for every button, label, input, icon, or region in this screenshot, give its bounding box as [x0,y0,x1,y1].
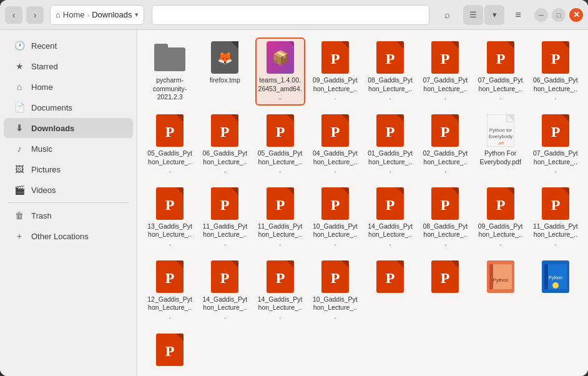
file-item[interactable]: P [365,257,415,294]
ppt-file-icon: P [376,114,404,147]
maximize-button[interactable]: □ [552,8,566,22]
ppt-icon-wrap: P [319,260,351,293]
svg-text:P: P [165,270,175,286]
file-item[interactable]: P 11_Gaddis_Python_Lecture_... [200,184,250,252]
ppt-icon-wrap: P [539,114,572,147]
breadcrumb[interactable]: ⌂ Home › Downloads ▾ [50,5,144,25]
ppt-file-icon: P [321,187,349,220]
ppt-icon-wrap: P [154,334,186,366]
dropdown-chevron-icon[interactable]: ▾ [135,11,139,19]
sidebar-item-recent[interactable]: 🕐 Recent [4,36,133,56]
list-view-button[interactable]: ☰ [463,5,483,25]
file-label: 08_Gaddis_Python_Lecture_... [368,76,413,102]
file-item[interactable]: P 05_Gaddis_Python_Lecture_... [255,111,305,179]
sidebar-item-music[interactable]: ♪ Music [4,139,133,159]
file-item[interactable]: P 11_Gaddis_Python_Lecture_... [255,184,305,252]
file-label: 10_Gaddis_Python_Lecture_... [313,295,358,321]
ppt-file-icon: P [267,114,294,147]
recent-icon: 🕐 [14,41,25,51]
file-grid: pycharm-community-2021.2.3 🦊 firefox.tmp [145,37,581,367]
ppt-file-icon: P [267,260,294,293]
ppt-file-icon: P [487,187,514,220]
file-item[interactable]: P 10_Gaddis_Python_Lecture_... [310,257,360,325]
close-button[interactable]: ✕ [569,8,583,22]
home-breadcrumb[interactable]: ⌂ Home [56,10,85,19]
ppt-icon-wrap: P [484,41,517,74]
ppt-icon-wrap: P [208,114,241,147]
home-nav-icon: ⌂ [14,82,25,92]
view-toggle-button[interactable]: ▾ [484,5,504,25]
ppt-icon-wrap: P [154,260,186,293]
file-item-pdf[interactable]: Python for Everybody .pdf Python For Eve… [476,111,526,179]
file-item[interactable]: P 11_Gaddis_Python_Lecture_... [531,184,581,252]
file-item[interactable]: P 10_Gaddis_Python_Lecture_... [310,184,360,252]
sidebar-item-label: Home [31,82,53,92]
sidebar-item-pictures[interactable]: 🖼 Pictures [4,159,133,179]
svg-text:P: P [441,270,450,286]
sidebar-item-trash[interactable]: 🗑 Trash [4,205,133,225]
file-item[interactable]: P 07_Gaddis_Python_Lecture_... [476,37,526,106]
ppt-file-icon: P [267,187,294,220]
file-label: 11_Gaddis_Python_Lecture_... [258,222,303,248]
svg-point-96 [552,282,559,289]
book-icon: Python [487,260,514,293]
file-item[interactable]: P 12_Gaddis_Python_Lecture_... [145,257,195,325]
file-item[interactable]: P 09_Gaddis_Python_Lecture_... [476,184,526,252]
ppt-file-icon: P [542,114,569,147]
svg-text:P: P [220,197,230,213]
file-item[interactable]: P 08_Gaddis_Python_Lecture_... [365,37,415,106]
svg-text:P: P [496,51,505,67]
hamburger-menu-button[interactable]: ≡ [508,5,528,25]
ppt-icon-wrap: P [374,114,406,147]
file-label: 12_Gaddis_Python_Lecture_... [147,295,192,321]
file-item[interactable]: 🦊 firefox.tmp [200,37,250,106]
svg-text:P: P [165,124,175,140]
sidebar-item-label: Documents [31,103,72,112]
ppt-file-icon: P [431,187,459,220]
teams-deb-icon: 📦 [267,41,294,74]
minimize-button[interactable]: ─ [534,8,548,22]
ppt-file-icon: P [431,260,459,293]
file-item[interactable]: P 07_Gaddis_Python_Lecture_... [531,111,581,179]
file-item[interactable]: P 04_Gaddis_Python_Lecture_... [310,111,360,179]
file-item[interactable]: P [420,257,470,294]
file-label: 11_Gaddis_Python_Lecture_... [533,222,578,248]
file-item[interactable]: P 13_Gaddis_Python_Lecture_... [145,184,195,252]
sidebar-item-documents[interactable]: 📄 Documents [4,97,133,117]
file-label: 02_Gaddis_Python_Lecture_... [423,149,468,175]
file-item[interactable]: pycharm-community-2021.2.3 [145,37,195,106]
ppt-file-icon: P [211,114,238,147]
sidebar-item-starred[interactable]: ★ Starred [4,56,133,76]
file-item-python-book[interactable]: Python [531,257,581,294]
sidebar-item-videos[interactable]: 🎬 Videos [4,180,133,200]
file-label: 07_Gaddis_Python_Lecture_... [423,76,468,102]
file-item[interactable]: P 07_Gaddis_Python_Lecture_... [420,37,470,106]
file-item[interactable]: P 14_Gaddis_Python_Lecture_... [255,257,305,325]
forward-button[interactable]: › [26,6,44,24]
file-item[interactable]: P 09_Gaddis_Python_Lecture_... [310,37,360,106]
search-button[interactable]: ⌕ [437,5,457,25]
view-toggle-icon: ▾ [492,10,497,19]
other-locations-icon: + [14,231,25,241]
file-item[interactable]: P 05_Gaddis_Python_Lecture_... [145,111,195,179]
file-item-teams[interactable]: 📦 teams_1.4.00.26453_amd64... [255,37,305,106]
sidebar-item-home[interactable]: ⌂ Home [4,77,133,97]
file-item[interactable]: P 06_Gaddis_Python_Lecture_... [200,111,250,179]
file-item[interactable]: P 14_Gaddis_Python_Lecture_... [200,257,250,325]
sidebar-item-downloads[interactable]: ⬇ Downloads [4,118,133,138]
back-button[interactable]: ‹ [5,6,22,24]
sidebar-item-label: Music [31,144,52,154]
file-item[interactable]: P 01_Gaddis_Python_Lecture_... [365,111,415,179]
file-item[interactable]: P 08_Gaddis_Python_Lecture_... [420,184,470,252]
home-icon: ⌂ [56,10,61,19]
file-item[interactable]: P 06_Gaddis_Python_Lecture_... [531,37,581,106]
file-label: 14_Gaddis_Python_Lecture_... [368,222,413,248]
svg-text:P: P [551,197,561,213]
sidebar-item-other-locations[interactable]: + Other Locations [4,226,133,246]
file-item[interactable]: P 02_Gaddis_Python_Lecture_... [420,111,470,179]
file-item[interactable]: P 14_Gaddis_Python_Lecture_... [365,184,415,252]
current-location: Downloads ▾ [92,10,138,19]
file-item[interactable]: P [145,330,195,367]
ppt-file-icon: P [431,114,459,147]
file-item-book-orange[interactable]: Python [476,257,526,294]
